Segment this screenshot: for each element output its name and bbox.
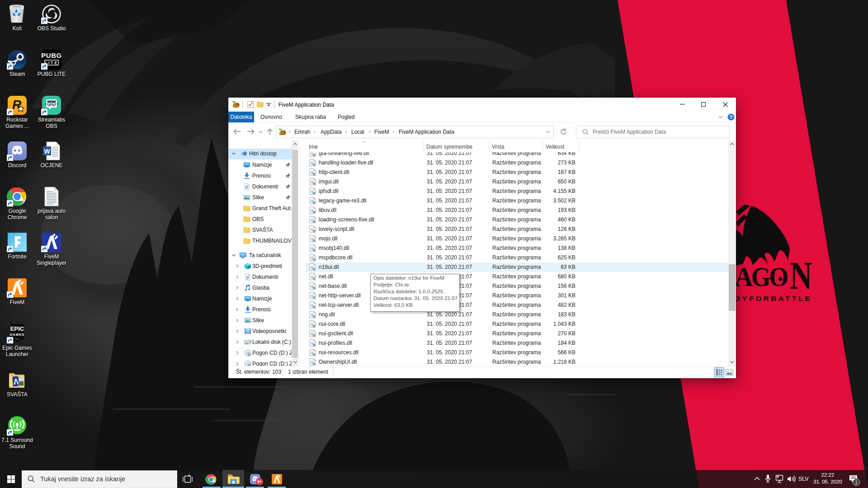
svg-text:GAMES: GAMES: [10, 333, 25, 337]
svg-text:EPIC: EPIC: [10, 325, 24, 332]
svg-text:?: ?: [730, 114, 733, 120]
svg-text:CD: CD: [248, 353, 251, 356]
svg-text:PUBG: PUBG: [41, 52, 61, 59]
svg-text:W: W: [44, 148, 50, 155]
